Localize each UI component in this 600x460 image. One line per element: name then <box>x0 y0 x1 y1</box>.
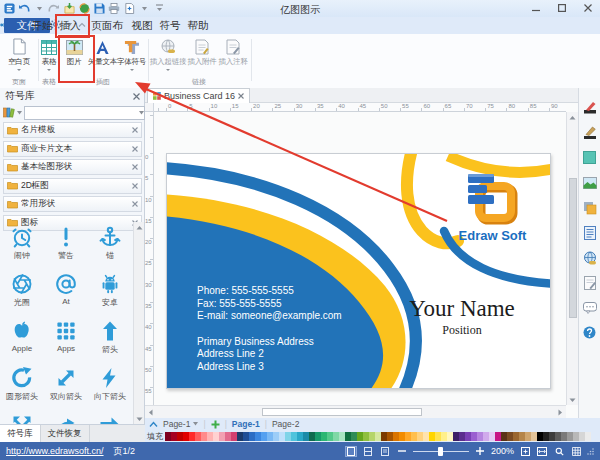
library-close-icon[interactable] <box>132 183 138 189</box>
font-symbol-button[interactable]: 字体符号 <box>117 36 146 76</box>
symbol-at-sign[interactable]: At <box>44 269 88 316</box>
symbol-arrow-right[interactable] <box>88 410 132 424</box>
card-address-1[interactable]: Primary Business Address <box>197 336 342 349</box>
symbol-apple[interactable]: Apple <box>0 316 44 363</box>
blank-page-button[interactable]: 空白页 <box>2 36 36 76</box>
reading-view-icon[interactable] <box>379 446 391 457</box>
insert-hyperlink-button[interactable]: 插入超链接 <box>150 36 186 76</box>
scroll-left-icon[interactable] <box>145 407 156 417</box>
library-book-icon[interactable] <box>3 107 15 118</box>
layers-icon[interactable] <box>582 200 597 215</box>
comment-bubble-icon[interactable] <box>582 300 597 315</box>
symbol-warning[interactable]: 警告 <box>44 222 88 269</box>
color-swatch[interactable] <box>585 432 591 441</box>
table-button[interactable]: 表格 <box>40 36 58 76</box>
library-bar[interactable]: 名片模板 <box>3 122 142 138</box>
symbol-apps[interactable]: Apps <box>44 316 88 363</box>
insert-attachment-button[interactable]: 插入附件 <box>187 36 217 76</box>
library-close-icon[interactable] <box>132 127 138 133</box>
notes-icon[interactable] <box>582 225 597 240</box>
library-dropdown-caret[interactable] <box>17 111 22 115</box>
line-style-icon[interactable] <box>582 125 597 140</box>
library-bar[interactable]: 2D框图 <box>3 178 142 194</box>
search-input[interactable] <box>25 108 139 118</box>
card-contact-block[interactable]: Phone: 555-555-5555 Fax: 555-555-5555 E-… <box>197 285 342 373</box>
symbol-android[interactable]: 安卓 <box>88 269 132 316</box>
tab-view[interactable]: 视图 <box>130 18 154 33</box>
minimize-button[interactable] <box>528 2 544 14</box>
scroll-down-icon[interactable] <box>567 395 578 405</box>
tab-page-layout[interactable]: 页面布局 <box>88 18 126 33</box>
symbol-arrow-up[interactable]: 箭头 <box>88 316 132 363</box>
zoom-in-icon[interactable] <box>474 446 486 457</box>
fit-page-icon[interactable] <box>519 446 531 457</box>
page-selector[interactable]: Page-1 <box>163 419 198 429</box>
theme-tool-icon[interactable] <box>582 100 597 115</box>
website-link[interactable]: http://www.edrawsoft.cn/ <box>6 446 104 456</box>
library-close-icon[interactable] <box>132 146 138 152</box>
card-email[interactable]: E-mail: someone@example.com <box>197 310 342 323</box>
tab-insert[interactable]: 插入 <box>58 18 82 33</box>
symbol-double-arrow[interactable]: 双向箭头 <box>44 363 88 410</box>
library-close-icon[interactable] <box>132 201 138 207</box>
scroll-down-icon[interactable] <box>134 414 145 424</box>
tab-help[interactable]: 帮助 <box>186 18 210 33</box>
zoom-find-icon[interactable] <box>553 446 565 457</box>
horizontal-scrollbar[interactable] <box>145 405 566 418</box>
tab-symbol[interactable]: 符号 <box>158 18 182 33</box>
insert-comment-button[interactable]: 插入注释 <box>218 36 248 76</box>
page-tab-1[interactable]: Page-1 <box>232 419 260 429</box>
help-icon[interactable] <box>582 325 597 340</box>
vector-text-button[interactable]: 矢量文本 <box>88 36 117 76</box>
symbol-expand-arrows[interactable] <box>0 410 44 424</box>
library-bar[interactable]: 基本绘图形状 <box>3 159 142 175</box>
hyperlink-globe-icon[interactable] <box>582 250 597 265</box>
library-close-icon[interactable] <box>132 164 138 170</box>
horizontal-scroll-thumb[interactable] <box>262 408 422 416</box>
fill-color-icon[interactable] <box>582 150 597 165</box>
page-tab-2[interactable]: Page-2 <box>272 419 299 429</box>
card-fax[interactable]: Fax: 555-555-5555 <box>197 298 342 311</box>
symbol-curved-arrow[interactable] <box>44 410 88 424</box>
close-button[interactable] <box>580 2 596 14</box>
insert-picture-icon[interactable] <box>582 175 597 190</box>
library-bar[interactable]: 商业卡片文本 <box>3 141 142 157</box>
card-name-text[interactable]: Your Name <box>367 296 551 322</box>
zoom-level[interactable]: 200% <box>491 446 514 456</box>
drawing-viewport[interactable]: Phone: 555-555-5555 Fax: 555-555-5555 E-… <box>154 112 566 405</box>
library-bar[interactable]: 常用形状 <box>3 196 142 212</box>
tab-close-icon[interactable] <box>238 93 244 99</box>
symbol-circular-arrow[interactable]: 圆形箭头 <box>0 363 44 410</box>
symbol-alarm-clock[interactable]: 闹钟 <box>0 222 44 269</box>
scroll-up-icon[interactable] <box>134 222 145 232</box>
add-page-icon[interactable] <box>211 420 220 429</box>
grid-toggle-icon[interactable] <box>570 446 582 457</box>
tab-home[interactable]: 开始 <box>30 18 54 33</box>
resize-grip[interactable] <box>587 448 594 455</box>
scroll-up-icon[interactable] <box>567 112 578 122</box>
attachment-doc-icon[interactable] <box>582 275 597 290</box>
picture-button[interactable]: 图片 <box>60 36 88 76</box>
tab-file-recovery[interactable]: 文件恢复 <box>41 425 90 442</box>
maximize-button[interactable] <box>554 2 570 14</box>
tab-symbol-library[interactable]: 符号库 <box>0 425 41 442</box>
normal-view-icon[interactable] <box>345 446 357 457</box>
symbol-lightning-arrow[interactable]: 向下箭头 <box>88 363 132 410</box>
zoom-slider[interactable] <box>413 446 469 457</box>
symbol-anchor[interactable]: 锚 <box>88 222 132 269</box>
scroll-right-icon[interactable] <box>555 407 566 417</box>
card-address-2[interactable]: Address Line 2 <box>197 348 342 361</box>
card-position-text[interactable]: Position <box>367 323 551 338</box>
search-history-caret[interactable] <box>139 111 144 115</box>
page-break-view-icon[interactable] <box>362 446 374 457</box>
card-address-3[interactable]: Address Line 3 <box>197 361 342 374</box>
vertical-scrollbar[interactable] <box>566 112 578 405</box>
collapse-panel-chevron-icon[interactable] <box>149 421 158 428</box>
business-card-shape[interactable]: Phone: 555-555-5555 Fax: 555-555-5555 E-… <box>166 153 551 389</box>
symbol-aperture[interactable]: 光圈 <box>0 269 44 316</box>
vertical-scroll-thumb[interactable] <box>569 178 577 318</box>
zoom-out-icon[interactable] <box>396 446 408 457</box>
document-tab[interactable]: Business Card 16 <box>147 88 250 103</box>
zoom-slider-thumb[interactable] <box>438 447 443 456</box>
panel-close-icon[interactable] <box>133 93 140 100</box>
